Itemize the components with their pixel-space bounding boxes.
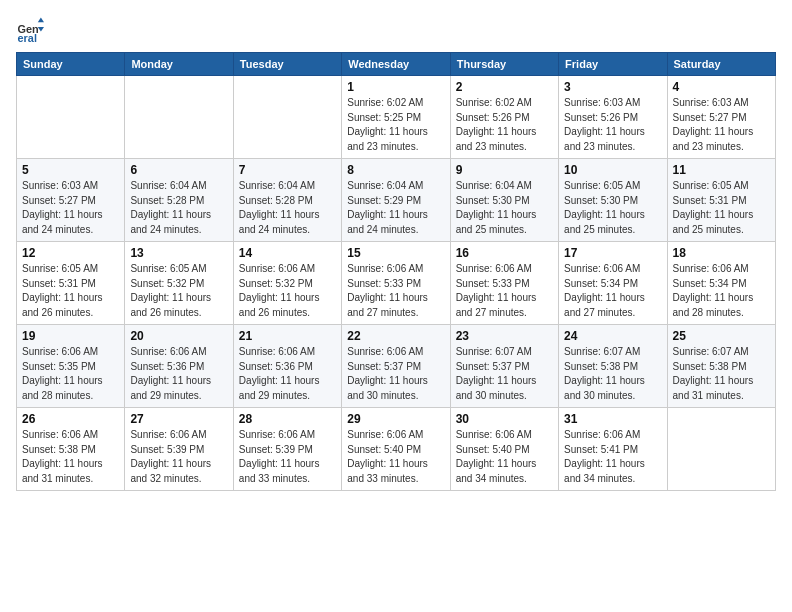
day-number: 21 bbox=[239, 329, 336, 343]
calendar-cell: 24Sunrise: 6:07 AM Sunset: 5:38 PM Dayli… bbox=[559, 325, 667, 408]
calendar-cell: 26Sunrise: 6:06 AM Sunset: 5:38 PM Dayli… bbox=[17, 408, 125, 491]
day-number: 31 bbox=[564, 412, 661, 426]
day-number: 5 bbox=[22, 163, 119, 177]
calendar-cell: 14Sunrise: 6:06 AM Sunset: 5:32 PM Dayli… bbox=[233, 242, 341, 325]
day-info: Sunrise: 6:02 AM Sunset: 5:25 PM Dayligh… bbox=[347, 96, 444, 154]
day-number: 19 bbox=[22, 329, 119, 343]
day-info: Sunrise: 6:06 AM Sunset: 5:40 PM Dayligh… bbox=[347, 428, 444, 486]
day-info: Sunrise: 6:06 AM Sunset: 5:35 PM Dayligh… bbox=[22, 345, 119, 403]
calendar-cell: 15Sunrise: 6:06 AM Sunset: 5:33 PM Dayli… bbox=[342, 242, 450, 325]
calendar-cell: 22Sunrise: 6:06 AM Sunset: 5:37 PM Dayli… bbox=[342, 325, 450, 408]
day-number: 11 bbox=[673, 163, 770, 177]
day-number: 17 bbox=[564, 246, 661, 260]
calendar-cell: 25Sunrise: 6:07 AM Sunset: 5:38 PM Dayli… bbox=[667, 325, 775, 408]
calendar-cell bbox=[233, 76, 341, 159]
day-number: 24 bbox=[564, 329, 661, 343]
day-number: 9 bbox=[456, 163, 553, 177]
day-number: 10 bbox=[564, 163, 661, 177]
day-info: Sunrise: 6:06 AM Sunset: 5:34 PM Dayligh… bbox=[673, 262, 770, 320]
day-number: 12 bbox=[22, 246, 119, 260]
day-info: Sunrise: 6:06 AM Sunset: 5:38 PM Dayligh… bbox=[22, 428, 119, 486]
calendar-cell: 29Sunrise: 6:06 AM Sunset: 5:40 PM Dayli… bbox=[342, 408, 450, 491]
day-number: 15 bbox=[347, 246, 444, 260]
calendar-cell: 23Sunrise: 6:07 AM Sunset: 5:37 PM Dayli… bbox=[450, 325, 558, 408]
calendar-cell: 17Sunrise: 6:06 AM Sunset: 5:34 PM Dayli… bbox=[559, 242, 667, 325]
calendar-cell bbox=[667, 408, 775, 491]
day-info: Sunrise: 6:06 AM Sunset: 5:39 PM Dayligh… bbox=[239, 428, 336, 486]
header-friday: Friday bbox=[559, 53, 667, 76]
day-info: Sunrise: 6:06 AM Sunset: 5:36 PM Dayligh… bbox=[130, 345, 227, 403]
day-info: Sunrise: 6:05 AM Sunset: 5:32 PM Dayligh… bbox=[130, 262, 227, 320]
calendar-cell: 11Sunrise: 6:05 AM Sunset: 5:31 PM Dayli… bbox=[667, 159, 775, 242]
day-info: Sunrise: 6:04 AM Sunset: 5:28 PM Dayligh… bbox=[239, 179, 336, 237]
day-info: Sunrise: 6:05 AM Sunset: 5:31 PM Dayligh… bbox=[673, 179, 770, 237]
calendar-cell: 27Sunrise: 6:06 AM Sunset: 5:39 PM Dayli… bbox=[125, 408, 233, 491]
day-number: 20 bbox=[130, 329, 227, 343]
calendar-week-row: 19Sunrise: 6:06 AM Sunset: 5:35 PM Dayli… bbox=[17, 325, 776, 408]
header-sunday: Sunday bbox=[17, 53, 125, 76]
day-info: Sunrise: 6:04 AM Sunset: 5:28 PM Dayligh… bbox=[130, 179, 227, 237]
calendar-table: SundayMondayTuesdayWednesdayThursdayFrid… bbox=[16, 52, 776, 491]
logo-icon: Gen eral bbox=[16, 16, 44, 44]
day-number: 4 bbox=[673, 80, 770, 94]
calendar-cell: 7Sunrise: 6:04 AM Sunset: 5:28 PM Daylig… bbox=[233, 159, 341, 242]
day-info: Sunrise: 6:06 AM Sunset: 5:33 PM Dayligh… bbox=[456, 262, 553, 320]
calendar-cell: 4Sunrise: 6:03 AM Sunset: 5:27 PM Daylig… bbox=[667, 76, 775, 159]
header-monday: Monday bbox=[125, 53, 233, 76]
day-info: Sunrise: 6:06 AM Sunset: 5:34 PM Dayligh… bbox=[564, 262, 661, 320]
day-info: Sunrise: 6:07 AM Sunset: 5:38 PM Dayligh… bbox=[673, 345, 770, 403]
day-info: Sunrise: 6:04 AM Sunset: 5:29 PM Dayligh… bbox=[347, 179, 444, 237]
calendar-cell: 8Sunrise: 6:04 AM Sunset: 5:29 PM Daylig… bbox=[342, 159, 450, 242]
calendar-header-row: SundayMondayTuesdayWednesdayThursdayFrid… bbox=[17, 53, 776, 76]
calendar-cell: 5Sunrise: 6:03 AM Sunset: 5:27 PM Daylig… bbox=[17, 159, 125, 242]
calendar-cell: 18Sunrise: 6:06 AM Sunset: 5:34 PM Dayli… bbox=[667, 242, 775, 325]
calendar-cell: 6Sunrise: 6:04 AM Sunset: 5:28 PM Daylig… bbox=[125, 159, 233, 242]
day-info: Sunrise: 6:05 AM Sunset: 5:30 PM Dayligh… bbox=[564, 179, 661, 237]
page-header: Gen eral bbox=[16, 16, 776, 44]
header-thursday: Thursday bbox=[450, 53, 558, 76]
calendar-cell: 9Sunrise: 6:04 AM Sunset: 5:30 PM Daylig… bbox=[450, 159, 558, 242]
day-number: 18 bbox=[673, 246, 770, 260]
day-number: 14 bbox=[239, 246, 336, 260]
logo: Gen eral bbox=[16, 16, 48, 44]
day-info: Sunrise: 6:06 AM Sunset: 5:41 PM Dayligh… bbox=[564, 428, 661, 486]
day-info: Sunrise: 6:06 AM Sunset: 5:36 PM Dayligh… bbox=[239, 345, 336, 403]
header-saturday: Saturday bbox=[667, 53, 775, 76]
day-info: Sunrise: 6:06 AM Sunset: 5:37 PM Dayligh… bbox=[347, 345, 444, 403]
day-number: 13 bbox=[130, 246, 227, 260]
calendar-cell: 1Sunrise: 6:02 AM Sunset: 5:25 PM Daylig… bbox=[342, 76, 450, 159]
day-number: 29 bbox=[347, 412, 444, 426]
day-number: 1 bbox=[347, 80, 444, 94]
svg-marker-2 bbox=[38, 18, 44, 23]
calendar-cell: 28Sunrise: 6:06 AM Sunset: 5:39 PM Dayli… bbox=[233, 408, 341, 491]
day-number: 16 bbox=[456, 246, 553, 260]
day-number: 23 bbox=[456, 329, 553, 343]
day-info: Sunrise: 6:03 AM Sunset: 5:27 PM Dayligh… bbox=[22, 179, 119, 237]
calendar-cell: 2Sunrise: 6:02 AM Sunset: 5:26 PM Daylig… bbox=[450, 76, 558, 159]
day-info: Sunrise: 6:03 AM Sunset: 5:27 PM Dayligh… bbox=[673, 96, 770, 154]
day-number: 3 bbox=[564, 80, 661, 94]
calendar-cell: 20Sunrise: 6:06 AM Sunset: 5:36 PM Dayli… bbox=[125, 325, 233, 408]
calendar-cell bbox=[125, 76, 233, 159]
calendar-cell: 3Sunrise: 6:03 AM Sunset: 5:26 PM Daylig… bbox=[559, 76, 667, 159]
day-number: 7 bbox=[239, 163, 336, 177]
calendar-cell: 13Sunrise: 6:05 AM Sunset: 5:32 PM Dayli… bbox=[125, 242, 233, 325]
day-number: 6 bbox=[130, 163, 227, 177]
calendar-cell: 19Sunrise: 6:06 AM Sunset: 5:35 PM Dayli… bbox=[17, 325, 125, 408]
calendar-cell: 12Sunrise: 6:05 AM Sunset: 5:31 PM Dayli… bbox=[17, 242, 125, 325]
day-info: Sunrise: 6:06 AM Sunset: 5:39 PM Dayligh… bbox=[130, 428, 227, 486]
day-number: 28 bbox=[239, 412, 336, 426]
calendar-cell: 16Sunrise: 6:06 AM Sunset: 5:33 PM Dayli… bbox=[450, 242, 558, 325]
day-number: 2 bbox=[456, 80, 553, 94]
calendar-cell: 21Sunrise: 6:06 AM Sunset: 5:36 PM Dayli… bbox=[233, 325, 341, 408]
day-info: Sunrise: 6:02 AM Sunset: 5:26 PM Dayligh… bbox=[456, 96, 553, 154]
calendar-cell: 10Sunrise: 6:05 AM Sunset: 5:30 PM Dayli… bbox=[559, 159, 667, 242]
day-info: Sunrise: 6:06 AM Sunset: 5:32 PM Dayligh… bbox=[239, 262, 336, 320]
day-number: 30 bbox=[456, 412, 553, 426]
calendar-week-row: 5Sunrise: 6:03 AM Sunset: 5:27 PM Daylig… bbox=[17, 159, 776, 242]
day-info: Sunrise: 6:04 AM Sunset: 5:30 PM Dayligh… bbox=[456, 179, 553, 237]
day-number: 22 bbox=[347, 329, 444, 343]
day-info: Sunrise: 6:07 AM Sunset: 5:38 PM Dayligh… bbox=[564, 345, 661, 403]
svg-text:eral: eral bbox=[18, 32, 37, 44]
day-number: 8 bbox=[347, 163, 444, 177]
